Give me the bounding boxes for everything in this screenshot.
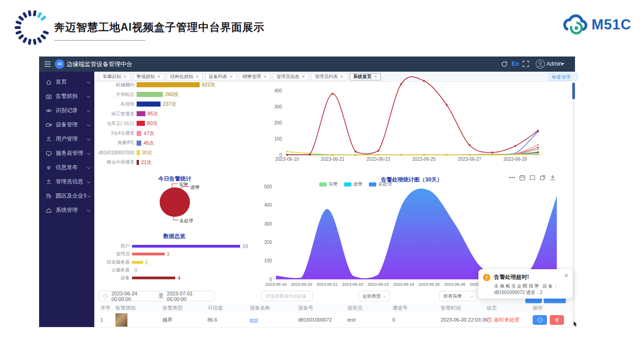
- bar-label: 管理员: [105, 251, 130, 257]
- info-icon: i: [537, 317, 542, 322]
- tab-label: 设备列表: [209, 74, 227, 80]
- cloud-logo-icon: [562, 14, 589, 36]
- alarm-trend-line-chart: 01002003004002023-06-192023-06-212023-06…: [269, 74, 566, 164]
- column-header: 值班员: [346, 303, 391, 312]
- bar-label: 转发服务器: [105, 259, 130, 266]
- bar-value: 10: [242, 243, 248, 249]
- device-select-input[interactable]: [262, 294, 312, 299]
- sidebar-item-label: 告警抓拍: [56, 92, 86, 100]
- hamburger-icon[interactable]: [44, 61, 51, 67]
- alarm-toast: ! 告警处理超时! ✕ 未佩戴安全帽报警 设备： d81601000072 通道…: [478, 269, 573, 299]
- scrollbar-thumb[interactable]: [572, 83, 575, 99]
- toast-line1: 未佩戴安全帽报警 设备：: [494, 283, 568, 289]
- tab-close-icon[interactable]: ✕: [230, 74, 233, 79]
- cell-device-no: d81601000072: [297, 317, 346, 322]
- brand-text: M51C: [592, 17, 632, 33]
- svg-text:2023-06-25: 2023-06-25: [412, 157, 436, 162]
- tab-1[interactable]: 车辆识别✕: [99, 73, 131, 80]
- delete-button[interactable]: [550, 315, 564, 325]
- alarm-snapshot-thumbnail[interactable]: [115, 313, 127, 327]
- device-select[interactable]: [261, 291, 313, 301]
- tab-3[interactable]: 结构化抓拍✕: [167, 73, 203, 80]
- tab-4[interactable]: 设备列表✕: [205, 73, 237, 80]
- cell-operator: test: [346, 317, 391, 322]
- tab-close-icon[interactable]: ✕: [157, 74, 161, 79]
- bar-value: 30次: [142, 149, 153, 156]
- sidebar-item-eye[interactable]: 识别记录: [39, 103, 94, 118]
- sidebar-item-video[interactable]: 设备管理: [39, 118, 94, 132]
- zoom-box-icon[interactable]: [529, 175, 535, 181]
- toast-title: 告警处理超时!: [494, 273, 568, 281]
- close-icon[interactable]: ✕: [564, 272, 569, 279]
- tab-5[interactable]: 销警管理✕: [239, 73, 270, 80]
- house-icon: [46, 207, 52, 214]
- column-header: 设备号: [297, 303, 346, 312]
- svg-text:500: 500: [264, 184, 272, 189]
- trash-icon: [554, 317, 560, 323]
- column-header: 状态: [485, 303, 531, 312]
- warning-icon: !: [483, 274, 490, 281]
- cell-type: 越界: [161, 317, 206, 323]
- tab-close-icon[interactable]: ✕: [123, 74, 127, 79]
- bar-label: 仓库正门出口: [98, 120, 134, 127]
- svg-text:2023-06-23: 2023-06-23: [368, 282, 389, 287]
- device-name-link[interactable]: test: [250, 317, 258, 322]
- sidebar-item-camera[interactable]: 告警抓拍: [39, 89, 94, 103]
- date-range-picker[interactable]: 2023-06-24 00:00:00 至 2023-07-01 00:00:0…: [99, 291, 215, 301]
- bar: [132, 261, 143, 264]
- pie-label-false: 虚警: [190, 184, 200, 191]
- view-detail-button[interactable]: i: [533, 315, 547, 325]
- download-icon[interactable]: [550, 175, 556, 181]
- restore-icon[interactable]: [540, 175, 546, 181]
- sidebar-item-label: 信息发布: [56, 164, 86, 171]
- cell-snapshot[interactable]: [114, 313, 161, 327]
- refresh-icon[interactable]: [501, 61, 508, 68]
- avatar[interactable]: [535, 59, 545, 69]
- column-header: 告警类型: [161, 303, 206, 312]
- sidebar-item-building[interactable]: 园区及企业管理: [39, 189, 94, 203]
- tab-close-icon[interactable]: ✕: [196, 74, 199, 79]
- calendar-icon[interactable]: [519, 175, 525, 181]
- svg-text:2023-06-29: 2023-06-29: [503, 157, 527, 162]
- tab-close-icon[interactable]: ✕: [263, 74, 267, 79]
- user-icon: [46, 136, 52, 142]
- svg-text:2023-06-23: 2023-06-23: [367, 157, 391, 162]
- sidebar-item-gear[interactable]: 信息发布: [39, 160, 94, 175]
- svg-text:100: 100: [264, 258, 272, 263]
- chevron-down-icon: [87, 95, 90, 98]
- pie-label-real: 实警: [179, 181, 188, 188]
- tab-2[interactable]: 警戒抓拍✕: [133, 73, 165, 80]
- bar-value: 3: [167, 251, 170, 257]
- sidebar-item-user2[interactable]: 管理员信息: [39, 175, 94, 189]
- column-header: 操作: [531, 303, 573, 312]
- bar-label: 机械棚内: [98, 82, 134, 88]
- chevron-down-icon: [87, 166, 90, 169]
- sidebar-item-label: 系统管理: [56, 206, 86, 214]
- svg-text:200: 200: [264, 240, 272, 245]
- device-alarm-bar-chart: 机械棚内622次大华机芯260次布控球237次候工室通道85次仓库正门出口80次…: [98, 81, 277, 169]
- bar-row: d816010000700030次: [98, 150, 277, 155]
- sidebar-item-user[interactable]: 用户管理: [39, 132, 94, 146]
- fullscreen-icon[interactable]: [523, 61, 529, 67]
- bar-row: 粮仓中间通道21次: [98, 160, 277, 165]
- user2-icon: [46, 179, 52, 185]
- app-logo: AI: [55, 59, 64, 69]
- sidebar-item-monitor[interactable]: 服务器管理: [39, 146, 94, 160]
- column-header: 可信度: [206, 303, 248, 312]
- bar-label: 云服务器: [105, 267, 130, 273]
- language-toggle[interactable]: En: [512, 60, 519, 67]
- alarm-select[interactable]: 所有告警: [439, 291, 477, 301]
- slide-title: 奔迈智慧工地AI视频盒子管理中台界面展示: [54, 20, 264, 34]
- bar: [137, 141, 141, 146]
- type-select[interactable]: 全部类型: [358, 291, 390, 301]
- sidebar-item-home[interactable]: 首页: [39, 75, 94, 89]
- svg-text:2023-06-19: 2023-06-19: [265, 282, 287, 287]
- sidebar-item-house[interactable]: 系统管理: [39, 203, 94, 217]
- more-icon[interactable]: ⋯: [509, 174, 515, 181]
- user-menu[interactable]: Admin: [546, 61, 562, 67]
- clock-icon: [103, 294, 108, 299]
- svg-text:300: 300: [274, 104, 282, 109]
- bar-row: 候工室通道85次: [98, 111, 277, 116]
- gear-icon: [46, 164, 52, 171]
- data-overview-bar-chart: 用户10管理员3转发服务器1云服务器0设备4: [105, 243, 261, 284]
